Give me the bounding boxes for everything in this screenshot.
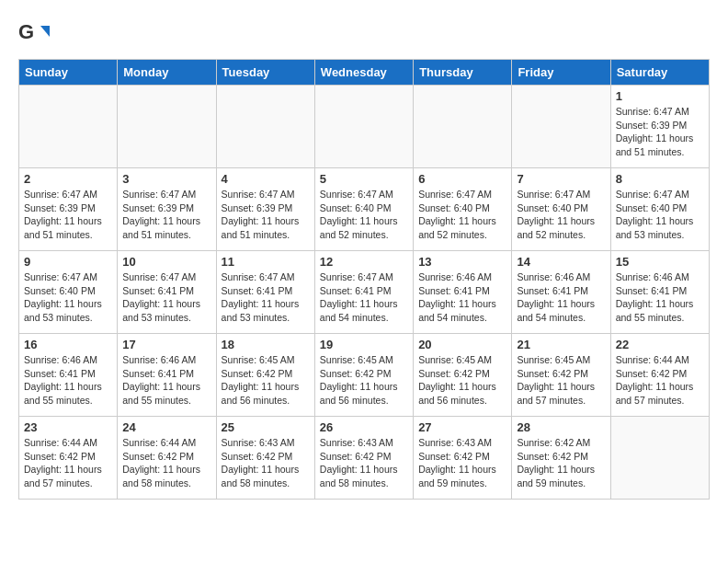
day-number: 25 — [222, 420, 310, 434]
day-number: 16 — [24, 338, 112, 351]
day-cell-17: 17Sunrise: 6:46 AM Sunset: 6:41 PM Dayli… — [118, 334, 216, 417]
calendar-table: SundayMondayTuesdayWednesdayThursdayFrid… — [18, 59, 710, 500]
day-number: 7 — [517, 172, 605, 186]
day-info: Sunrise: 6:47 AM Sunset: 6:41 PM Dayligh… — [320, 270, 408, 325]
day-info: Sunrise: 6:46 AM Sunset: 6:41 PM Dayligh… — [616, 270, 704, 325]
day-cell-19: 19Sunrise: 6:45 AM Sunset: 6:42 PM Dayli… — [314, 334, 413, 417]
day-info: Sunrise: 6:46 AM Sunset: 6:41 PM Dayligh… — [122, 353, 210, 408]
day-info: Sunrise: 6:47 AM Sunset: 6:40 PM Dayligh… — [320, 188, 408, 242]
day-cell-22: 22Sunrise: 6:44 AM Sunset: 6:42 PM Dayli… — [610, 334, 709, 417]
week-row-0: 1Sunrise: 6:47 AM Sunset: 6:39 PM Daylig… — [19, 86, 710, 168]
week-row-1: 2Sunrise: 6:47 AM Sunset: 6:39 PM Daylig… — [19, 168, 710, 251]
header-friday: Friday — [512, 60, 610, 86]
day-cell-24: 24Sunrise: 6:44 AM Sunset: 6:42 PM Dayli… — [118, 417, 216, 500]
logo: G — [18, 18, 53, 50]
logo-icon: G — [18, 18, 50, 50]
day-number: 22 — [616, 338, 704, 351]
day-cell-2: 2Sunrise: 6:47 AM Sunset: 6:39 PM Daylig… — [19, 168, 118, 251]
empty-cell — [19, 86, 118, 168]
empty-cell — [314, 86, 413, 168]
day-cell-3: 3Sunrise: 6:47 AM Sunset: 6:39 PM Daylig… — [118, 168, 216, 251]
day-cell-27: 27Sunrise: 6:43 AM Sunset: 6:42 PM Dayli… — [414, 417, 512, 500]
day-number: 2 — [24, 172, 112, 186]
empty-cell — [118, 86, 216, 168]
empty-cell — [216, 86, 314, 168]
day-cell-20: 20Sunrise: 6:45 AM Sunset: 6:42 PM Dayli… — [414, 334, 512, 417]
day-info: Sunrise: 6:47 AM Sunset: 6:40 PM Dayligh… — [517, 188, 605, 242]
day-cell-15: 15Sunrise: 6:46 AM Sunset: 6:41 PM Dayli… — [610, 251, 709, 334]
day-info: Sunrise: 6:45 AM Sunset: 6:42 PM Dayligh… — [517, 353, 605, 408]
day-info: Sunrise: 6:47 AM Sunset: 6:41 PM Dayligh… — [122, 270, 210, 325]
day-number: 26 — [320, 420, 408, 434]
day-number: 5 — [320, 172, 408, 186]
day-number: 24 — [122, 420, 210, 434]
header-sunday: Sunday — [19, 60, 118, 86]
day-cell-13: 13Sunrise: 6:46 AM Sunset: 6:41 PM Dayli… — [414, 251, 512, 334]
day-cell-14: 14Sunrise: 6:46 AM Sunset: 6:41 PM Dayli… — [512, 251, 610, 334]
day-number: 17 — [122, 338, 210, 351]
day-cell-12: 12Sunrise: 6:47 AM Sunset: 6:41 PM Dayli… — [314, 251, 413, 334]
day-cell-8: 8Sunrise: 6:47 AM Sunset: 6:40 PM Daylig… — [610, 168, 709, 251]
day-cell-23: 23Sunrise: 6:44 AM Sunset: 6:42 PM Dayli… — [19, 417, 118, 500]
day-cell-6: 6Sunrise: 6:47 AM Sunset: 6:40 PM Daylig… — [414, 168, 512, 251]
day-info: Sunrise: 6:47 AM Sunset: 6:39 PM Dayligh… — [222, 188, 310, 242]
header-tuesday: Tuesday — [216, 60, 314, 86]
day-cell-4: 4Sunrise: 6:47 AM Sunset: 6:39 PM Daylig… — [216, 168, 314, 251]
day-cell-10: 10Sunrise: 6:47 AM Sunset: 6:41 PM Dayli… — [118, 251, 216, 334]
day-cell-1: 1Sunrise: 6:47 AM Sunset: 6:39 PM Daylig… — [610, 86, 709, 168]
day-number: 20 — [418, 338, 506, 351]
day-cell-25: 25Sunrise: 6:43 AM Sunset: 6:42 PM Dayli… — [216, 417, 314, 500]
day-number: 13 — [418, 255, 506, 269]
day-number: 21 — [517, 338, 605, 351]
day-number: 6 — [418, 172, 506, 186]
day-info: Sunrise: 6:47 AM Sunset: 6:39 PM Dayligh… — [616, 105, 704, 159]
week-row-3: 16Sunrise: 6:46 AM Sunset: 6:41 PM Dayli… — [19, 334, 710, 417]
day-info: Sunrise: 6:46 AM Sunset: 6:41 PM Dayligh… — [517, 270, 605, 325]
day-cell-21: 21Sunrise: 6:45 AM Sunset: 6:42 PM Dayli… — [512, 334, 610, 417]
day-info: Sunrise: 6:45 AM Sunset: 6:42 PM Dayligh… — [222, 353, 310, 408]
header-saturday: Saturday — [610, 60, 709, 86]
page-header: G — [18, 18, 710, 50]
day-info: Sunrise: 6:44 AM Sunset: 6:42 PM Dayligh… — [122, 436, 210, 490]
day-number: 19 — [320, 338, 408, 351]
day-cell-18: 18Sunrise: 6:45 AM Sunset: 6:42 PM Dayli… — [216, 334, 314, 417]
empty-cell — [610, 417, 709, 500]
day-number: 28 — [517, 420, 605, 434]
week-row-4: 23Sunrise: 6:44 AM Sunset: 6:42 PM Dayli… — [19, 417, 710, 500]
day-number: 3 — [122, 172, 210, 186]
day-number: 8 — [616, 172, 704, 186]
empty-cell — [512, 86, 610, 168]
header-thursday: Thursday — [414, 60, 512, 86]
day-number: 12 — [320, 255, 408, 269]
day-info: Sunrise: 6:43 AM Sunset: 6:42 PM Dayligh… — [320, 436, 408, 490]
day-cell-11: 11Sunrise: 6:47 AM Sunset: 6:41 PM Dayli… — [216, 251, 314, 334]
day-cell-9: 9Sunrise: 6:47 AM Sunset: 6:40 PM Daylig… — [19, 251, 118, 334]
svg-marker-1 — [40, 26, 50, 37]
week-row-2: 9Sunrise: 6:47 AM Sunset: 6:40 PM Daylig… — [19, 251, 710, 334]
day-number: 11 — [222, 255, 310, 269]
day-info: Sunrise: 6:44 AM Sunset: 6:42 PM Dayligh… — [616, 353, 704, 408]
day-info: Sunrise: 6:46 AM Sunset: 6:41 PM Dayligh… — [418, 270, 506, 325]
day-cell-5: 5Sunrise: 6:47 AM Sunset: 6:40 PM Daylig… — [314, 168, 413, 251]
day-info: Sunrise: 6:43 AM Sunset: 6:42 PM Dayligh… — [418, 436, 506, 490]
day-info: Sunrise: 6:46 AM Sunset: 6:41 PM Dayligh… — [24, 353, 112, 408]
day-number: 27 — [418, 420, 506, 434]
day-cell-16: 16Sunrise: 6:46 AM Sunset: 6:41 PM Dayli… — [19, 334, 118, 417]
day-info: Sunrise: 6:47 AM Sunset: 6:40 PM Dayligh… — [418, 188, 506, 242]
day-info: Sunrise: 6:47 AM Sunset: 6:39 PM Dayligh… — [122, 188, 210, 242]
day-info: Sunrise: 6:42 AM Sunset: 6:42 PM Dayligh… — [517, 436, 605, 490]
day-number: 23 — [24, 420, 112, 434]
svg-text:G: G — [18, 20, 34, 43]
day-number: 18 — [222, 338, 310, 351]
header-wednesday: Wednesday — [314, 60, 413, 86]
day-info: Sunrise: 6:47 AM Sunset: 6:40 PM Dayligh… — [616, 188, 704, 242]
day-info: Sunrise: 6:45 AM Sunset: 6:42 PM Dayligh… — [418, 353, 506, 408]
day-number: 4 — [222, 172, 310, 186]
day-number: 14 — [517, 255, 605, 269]
day-info: Sunrise: 6:47 AM Sunset: 6:39 PM Dayligh… — [24, 188, 112, 242]
day-info: Sunrise: 6:43 AM Sunset: 6:42 PM Dayligh… — [222, 436, 310, 490]
day-number: 9 — [24, 255, 112, 269]
day-info: Sunrise: 6:47 AM Sunset: 6:40 PM Dayligh… — [24, 270, 112, 325]
day-cell-28: 28Sunrise: 6:42 AM Sunset: 6:42 PM Dayli… — [512, 417, 610, 500]
day-info: Sunrise: 6:47 AM Sunset: 6:41 PM Dayligh… — [222, 270, 310, 325]
